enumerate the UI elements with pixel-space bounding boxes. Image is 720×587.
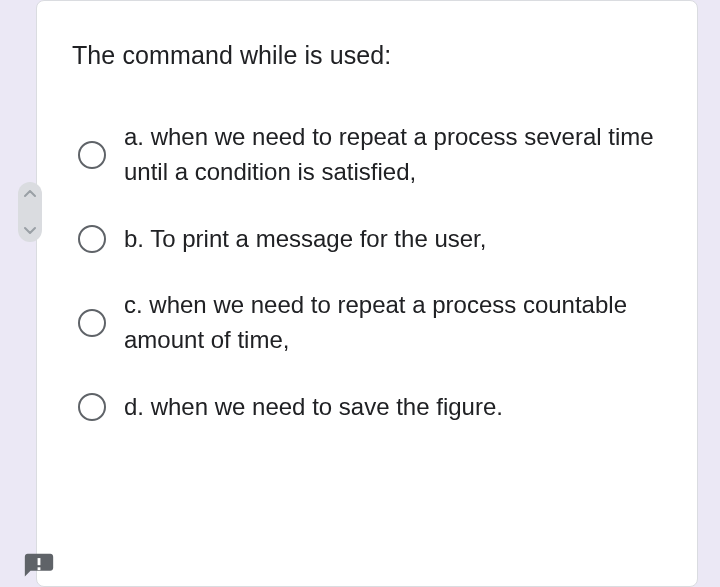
option-label: d. when we need to save the figure.: [124, 390, 503, 425]
option-label: c. when we need to repeat a process coun…: [124, 288, 662, 358]
option-label: b. To print a message for the user,: [124, 222, 486, 257]
radio-icon[interactable]: [78, 225, 106, 253]
option-c[interactable]: c. when we need to repeat a process coun…: [72, 288, 662, 358]
question-text: The command while is used:: [72, 41, 662, 70]
radio-icon[interactable]: [78, 393, 106, 421]
option-d[interactable]: d. when we need to save the figure.: [72, 390, 662, 425]
option-label: a. when we need to repeat a process seve…: [124, 120, 662, 190]
options-list: a. when we need to repeat a process seve…: [72, 120, 662, 425]
question-card: The command while is used: a. when we ne…: [36, 0, 698, 587]
chevron-down-icon: [24, 226, 36, 234]
option-a[interactable]: a. when we need to repeat a process seve…: [72, 120, 662, 190]
feedback-button[interactable]: [22, 551, 56, 585]
scroll-handle[interactable]: [18, 182, 42, 242]
alert-speech-icon: [22, 551, 56, 585]
svg-rect-1: [38, 567, 41, 570]
radio-icon[interactable]: [78, 141, 106, 169]
svg-rect-0: [38, 558, 41, 565]
chevron-up-icon: [24, 190, 36, 198]
option-b[interactable]: b. To print a message for the user,: [72, 222, 662, 257]
radio-icon[interactable]: [78, 309, 106, 337]
